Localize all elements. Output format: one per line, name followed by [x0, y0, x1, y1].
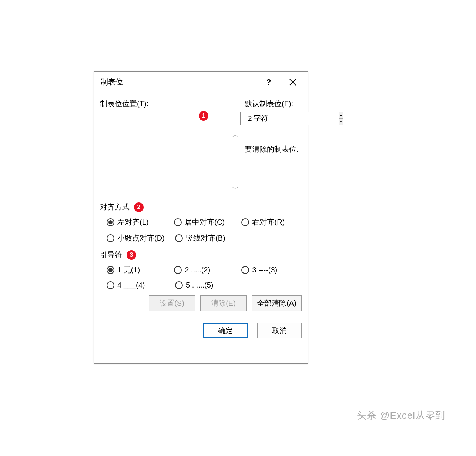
radio-leader-underline[interactable]: 4 ___(4): [107, 281, 175, 289]
radio-leader-dashes[interactable]: 3 ----(3): [241, 265, 302, 275]
scroll-down-icon[interactable]: ﹀: [232, 185, 238, 193]
cancel-button[interactable]: 取消: [257, 323, 302, 338]
dialog-title: 制表位: [101, 77, 123, 87]
radio-leader-none[interactable]: 1 无(1): [107, 265, 174, 275]
close-button[interactable]: [284, 72, 302, 92]
ok-button[interactable]: 确定: [203, 323, 248, 338]
leader-radio-group: 1 无(1) 2 .....(2) 3 ----(3) 4 ___(4) 5 .…: [100, 265, 302, 289]
radio-align-right[interactable]: 右对齐(R): [241, 217, 302, 227]
radio-align-bar[interactable]: 竖线对齐(B): [175, 233, 244, 243]
spinner-down-button[interactable]: ▼: [339, 119, 343, 125]
watermark-text: 头杀 @Excel从零到一: [357, 409, 455, 422]
tab-position-list[interactable]: ︿ ﹀: [100, 129, 240, 195]
spinner-up-button[interactable]: ▲: [339, 112, 343, 119]
tab-position-label: 制表位位置(T):: [100, 99, 241, 109]
scroll-up-icon[interactable]: ︿: [232, 131, 238, 139]
tab-position-input[interactable]: [100, 112, 241, 125]
annotation-3: 3: [127, 250, 136, 260]
alignment-radio-group: 左对齐(L) 居中对齐(C) 右对齐(R) 小数点对齐(D) 竖线对齐(B): [100, 217, 302, 243]
radio-align-left[interactable]: 左对齐(L): [107, 217, 174, 227]
titlebar: 制表位 ?: [94, 72, 308, 92]
alignment-section-header: 对齐方式 2: [100, 202, 302, 212]
annotation-1: 1: [199, 111, 208, 121]
default-tab-input[interactable]: [245, 112, 339, 125]
radio-align-center[interactable]: 居中对齐(C): [174, 217, 241, 227]
tabs-dialog: 制表位 ? 制表位位置(T): 1 ︿ ﹀ 默认制表位(F):: [94, 71, 308, 364]
set-button[interactable]: 设置(S): [149, 295, 195, 311]
radio-leader-dots[interactable]: 2 .....(2): [174, 265, 241, 275]
dialog-content: 制表位位置(T): 1 ︿ ﹀ 默认制表位(F): ▲ ▼: [94, 92, 308, 344]
radio-align-decimal[interactable]: 小数点对齐(D): [107, 233, 175, 243]
leader-section-header: 引导符 3: [100, 250, 302, 260]
close-icon: [289, 78, 296, 86]
help-button[interactable]: ?: [259, 72, 278, 92]
default-tab-label: 默认制表位(F):: [245, 99, 302, 109]
clear-all-button[interactable]: 全部清除(A): [252, 295, 302, 311]
default-tab-spinner: ▲ ▼: [245, 112, 300, 125]
clear-button[interactable]: 清除(E): [200, 295, 247, 311]
clear-tabs-label: 要清除的制表位:: [245, 144, 302, 154]
annotation-2: 2: [134, 202, 144, 212]
radio-leader-dots2[interactable]: 5 ......(5): [175, 281, 244, 289]
